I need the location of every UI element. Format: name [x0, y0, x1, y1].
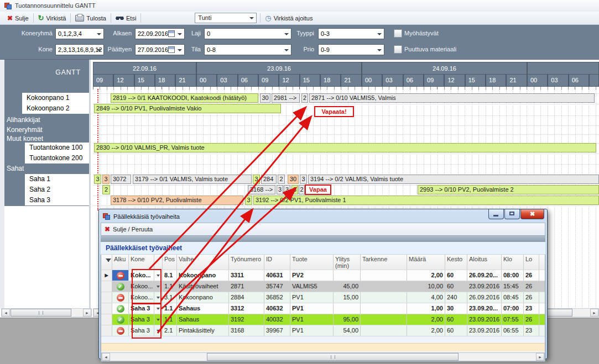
- column-header-kesto[interactable]: Kesto: [445, 255, 467, 270]
- cell-vaihe[interactable]: Pintakäsittely: [177, 325, 229, 336]
- column-header-dd[interactable]: [154, 255, 163, 270]
- cell-sel[interactable]: [101, 303, 112, 314]
- sidebar-item-saha-1[interactable]: Saha 1: [25, 174, 89, 184]
- column-header-ylitys[interactable]: Ylitys (min): [334, 255, 361, 270]
- sidebar-item-sahat[interactable]: Sahat: [7, 164, 89, 173]
- cell-tyonumero[interactable]: 2871: [229, 281, 264, 292]
- cell-ylitys[interactable]: 54,00: [334, 325, 361, 336]
- cell-alku[interactable]: [112, 270, 129, 281]
- cell-id[interactable]: 40632: [264, 303, 290, 314]
- column-header-maara[interactable]: Määrä: [407, 255, 445, 270]
- machine-group-select[interactable]: 0,1,2,3,4: [55, 28, 104, 39]
- column-header-sel[interactable]: [101, 255, 112, 270]
- gantt-bar[interactable]: 2871 --> 0/10 VALMIS5, Valmis: [309, 93, 595, 103]
- cell-aloitus[interactable]: 23.09.2016: [467, 314, 502, 325]
- column-header-aloitus[interactable]: Aloitus: [467, 255, 502, 270]
- cell-alku[interactable]: [112, 325, 129, 336]
- table-row[interactable]: ▶Koko...8.1Kokoonpano331140631PV22,00602…: [101, 270, 545, 281]
- cell-id[interactable]: 35747: [264, 281, 290, 292]
- cell-tyonumero[interactable]: 2884: [229, 292, 264, 303]
- type1-select[interactable]: 0: [204, 28, 291, 39]
- cell-id[interactable]: 40032: [264, 314, 290, 325]
- cell-alku[interactable]: [112, 314, 129, 325]
- table-row[interactable]: Saha 31.1Sahaus331240632PV11,003023.09.2…: [101, 303, 545, 314]
- cell-klo[interactable]: 07:55: [502, 314, 524, 325]
- sidebar-item-koneryhmät[interactable]: Koneryhmät: [7, 125, 89, 135]
- table-row[interactable]: Kokoo...1.1Käsityövaiheet287135747VALMIS…: [101, 281, 545, 292]
- cell-pos[interactable]: 2.1: [163, 325, 177, 336]
- column-header-tuote[interactable]: Tuote: [290, 255, 334, 270]
- gantt-bar[interactable]: 3: [300, 175, 307, 184]
- cell-maara[interactable]: 2,00: [407, 270, 445, 281]
- maximize-button[interactable]: [504, 209, 520, 219]
- column-header-tarkenne[interactable]: Tarkenne: [361, 255, 407, 270]
- cell-tarkenne[interactable]: [361, 314, 407, 325]
- gantt-bar[interactable]: 2981 -->: [272, 93, 300, 103]
- cell-kesto[interactable]: 60: [445, 270, 467, 281]
- gantt-bar[interactable]: 3: [102, 175, 110, 184]
- cell-tarkenne[interactable]: [361, 281, 407, 292]
- minimize-button[interactable]: [488, 209, 504, 219]
- gantt-bar[interactable]: 3179 --> 0/1 VALMIS, Valmis tuote: [133, 175, 252, 184]
- gantt-bar[interactable]: 2849 --> 0/10 PV1, Puolivalmiste Vakio: [94, 104, 281, 113]
- cell-id[interactable]: 39967: [264, 325, 290, 336]
- sidebar-item-saha-2[interactable]: Saha 2: [25, 184, 89, 195]
- cell-vaihe[interactable]: Sahaus: [177, 314, 229, 325]
- cell-pos[interactable]: 8.1: [163, 270, 177, 281]
- gantt-bar[interactable]: 2: [102, 185, 110, 194]
- gantt-bar[interactable]: 2: [301, 93, 308, 103]
- cell-tuote[interactable]: VALMIS5: [290, 281, 334, 292]
- cell-tuote[interactable]: PV1: [290, 314, 334, 325]
- scroll-left-arrow[interactable]: ◄: [2, 309, 10, 316]
- cell-maara[interactable]: 1,00: [407, 303, 445, 314]
- cell-pos[interactable]: 1.1: [163, 303, 177, 314]
- gantt-bar[interactable]: 30: [288, 175, 299, 184]
- column-header-id[interactable]: ID: [264, 255, 290, 270]
- cell-ylitys[interactable]: 95,00: [334, 314, 361, 325]
- cell-lo[interactable]: 26: [524, 281, 539, 292]
- cell-maara[interactable]: 4,00: [407, 292, 445, 303]
- cell-pos[interactable]: 1.1: [163, 314, 177, 325]
- cell-lo[interactable]: 26: [524, 270, 539, 281]
- gantt-bar[interactable]: 3168 -->: [248, 185, 275, 194]
- gantt-bar[interactable]: 3: [253, 175, 260, 184]
- sidebar-item-tuotantokone-100[interactable]: Tuotantokone 100: [25, 143, 89, 153]
- gantt-bar[interactable]: 3: [291, 185, 298, 194]
- cell-sel[interactable]: [101, 325, 112, 336]
- cell-sel[interactable]: [101, 292, 112, 303]
- cell-tarkenne[interactable]: [361, 325, 407, 336]
- gantt-bar[interactable]: 284: [261, 175, 277, 184]
- cell-maara[interactable]: 2,00: [407, 314, 445, 325]
- cell-sel[interactable]: [101, 314, 112, 325]
- scroll-right-arrow[interactable]: ►: [590, 309, 598, 316]
- cell-vaihe[interactable]: Kokoonpano: [177, 292, 229, 303]
- missing-material-checkbox[interactable]: [394, 45, 402, 54]
- print-button[interactable]: Tulosta: [71, 12, 110, 24]
- cell-klo[interactable]: 07:00: [502, 303, 524, 314]
- cell-aloitus[interactable]: 26.09.20...: [467, 270, 502, 281]
- cell-klo[interactable]: 08:00: [502, 270, 524, 281]
- cell-klo[interactable]: 06:55: [502, 325, 524, 336]
- late-checkbox[interactable]: [394, 29, 402, 38]
- close-button[interactable]: ✖ Sulje: [3, 12, 33, 24]
- search-button[interactable]: Etsi: [112, 12, 140, 24]
- state-select[interactable]: 0-8: [204, 44, 291, 55]
- gantt-bar[interactable]: 3: [277, 185, 283, 194]
- close-window-button[interactable]: ✖: [520, 209, 544, 219]
- column-header-vaihe[interactable]: Vaihe: [177, 255, 229, 270]
- cell-ylitys[interactable]: 15,00: [334, 292, 361, 303]
- table-row[interactable]: Saha 31.1Sahaus319240032PV195,002,006023…: [101, 314, 545, 325]
- cell-tyonumero[interactable]: 3168: [229, 325, 264, 336]
- cell-tuote[interactable]: PV1: [290, 325, 334, 336]
- cell-vaihe[interactable]: Käsityövaiheet: [177, 281, 229, 292]
- cell-sel[interactable]: ▶: [101, 270, 112, 281]
- cell-id[interactable]: 40631: [264, 270, 290, 281]
- scroll-right-arrow[interactable]: ►: [536, 353, 544, 361]
- cell-ylitys[interactable]: 45,00: [334, 281, 361, 292]
- gantt-bar[interactable]: 2: [299, 185, 305, 194]
- gantt-bar[interactable]: 3: [245, 196, 252, 205]
- cell-kesto[interactable]: 240: [445, 292, 467, 303]
- cell-tuote[interactable]: PV2: [290, 270, 334, 281]
- cell-tarkenne[interactable]: [361, 292, 407, 303]
- gantt-bar[interactable]: 2819 --> 0/1 KAATOKOODI, Kaatokoodi (hät…: [111, 93, 258, 103]
